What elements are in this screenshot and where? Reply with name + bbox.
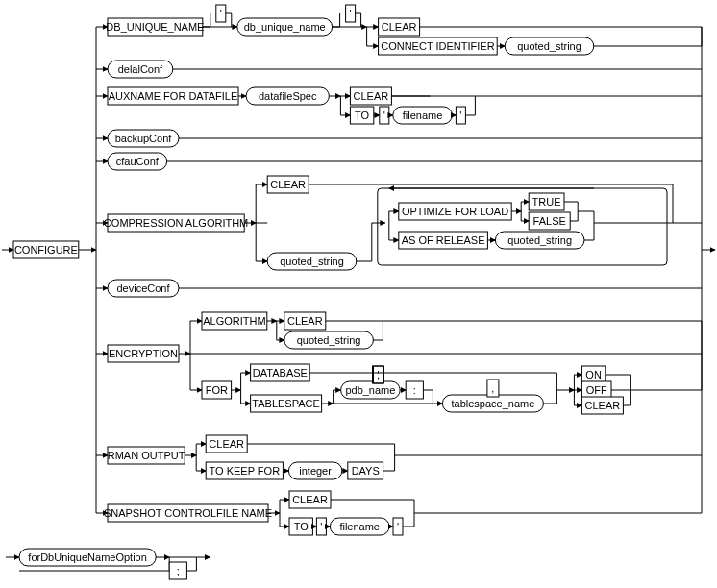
svg-text:': ' [220,8,222,19]
pdb-colon-label: : [413,384,416,396]
aux-clear-label: CLEAR [354,90,389,102]
datafile-spec-label: datafileSpec [259,90,317,102]
deviceconf-label: deviceConf [116,282,170,294]
semicolon-label: ; [177,565,180,576]
connect-identifier-label: CONNECT IDENTIFIER [381,40,494,52]
svg-rect-60 [378,188,667,265]
optimize-for-load-label: OPTIMIZE FOR LOAD [402,206,508,217]
svg-text:': ' [397,521,399,532]
enc-algorithm-label: ALGORITHM [203,315,265,327]
encryption-kw-label: ENCRYPTION [109,348,178,359]
svg-text:,: , [491,382,494,394]
svg-text:': ' [459,110,461,121]
syntax-diagram: CONFIGUREDB_UNIQUE_NAME'db_unique_name'C… [0,0,717,588]
db-unique-name-kw-label: DB_UNIQUE_NAME [106,21,204,33]
snap-to-label: TO [294,521,309,532]
comp-qs-label: quoted_string [280,256,344,267]
rman-clear-label: CLEAR [209,438,244,450]
svg-text:': ' [320,521,322,532]
as-of-release-label: AS OF RELEASE [402,234,485,246]
cfauconf-label: cfauConf [116,156,160,167]
rman-days-label: DAYS [352,465,380,477]
fordbuniquename-option-label: forDbUniqueNameOption [28,551,147,563]
tablespace-name-label: tablespace_name [451,398,534,409]
compression-kw-label: COMPRESSION ALGORITHM [104,217,248,229]
enc-for-label: FOR [206,384,228,396]
ofl-true-label: TRUE [532,196,561,208]
enc-alg-clear-label: CLEAR [287,315,323,327]
rman-integer-label: integer [299,465,332,477]
snap-clear-label: CLEAR [292,494,328,505]
pdb-name-label: pdb_name [345,384,395,396]
configure-kw-label: CONFIGURE [14,244,78,256]
enc-tablespace-label: TABLESPACE [252,398,320,409]
dbun-quoted-string-label: quoted_string [517,40,581,52]
db-unique-name-nt-label: db_unique_name [244,21,326,33]
enc-clear-label: CLEAR [585,400,621,411]
asof-qs-label: quoted_string [507,234,572,246]
svg-text:': ' [383,110,385,121]
svg-text:': ' [350,8,352,19]
snap-filename-label: filename [339,521,380,532]
comp-clear-label: CLEAR [270,179,306,190]
svg-text:,: , [377,369,380,380]
backupconf-label: backupConf [115,133,173,144]
rman-output-kw-label: RMAN OUTPUT [108,450,185,461]
ofl-false-label: FALSE [533,215,566,227]
auxname-kw-label: AUXNAME FOR DATAFILE [109,90,238,102]
enc-off-label: OFF [586,384,607,396]
enc-on-label: ON [585,369,602,380]
snapshot-controlfile-kw-label: SNAPSHOT CONTROLFILE NAME [104,507,272,519]
rman-to-keep-for-label: TO KEEP FOR [210,465,281,477]
aux-to-label: TO [355,110,370,121]
aux-filename-label: filename [403,110,443,121]
delalconf-label: delalConf [118,63,163,75]
enc-database-label: DATABASE [253,367,308,379]
dbun-clear-label: CLEAR [382,21,417,33]
enc-alg-qs-label: quoted_string [297,334,361,346]
